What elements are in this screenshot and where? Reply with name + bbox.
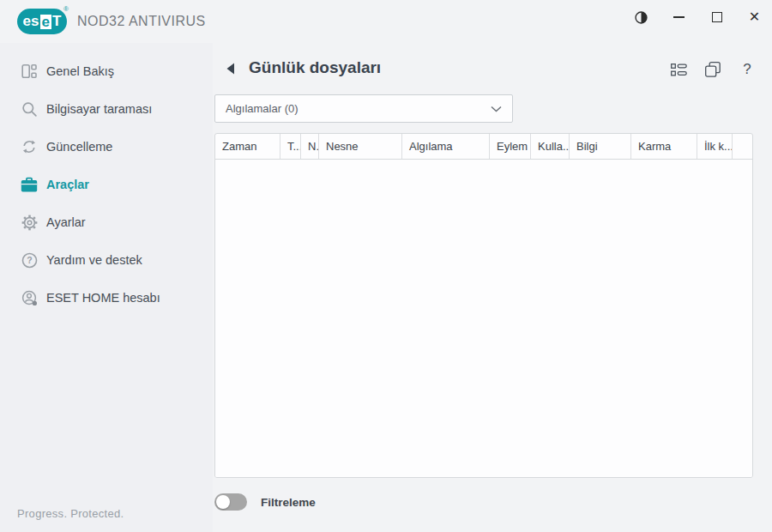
back-button[interactable] [226, 63, 235, 78]
column-header-nesne[interactable]: Nesne [319, 134, 402, 159]
log-table: Zaman T... N.. Nesne Algılama Eylem Kull… [214, 133, 753, 478]
log-type-dropdown[interactable]: Algılamalar (0) [214, 94, 513, 123]
page-title: Günlük dosyaları [249, 58, 381, 77]
tools-briefcase-icon [21, 176, 38, 193]
sidebar-item-label: Güncelleme [46, 140, 112, 154]
chevron-down-icon [491, 106, 502, 112]
update-refresh-icon [21, 138, 38, 155]
eset-logo: eseT [17, 9, 67, 34]
registered-trademark-icon: ® [63, 5, 69, 13]
column-header-eylem[interactable]: Eylem [490, 134, 531, 159]
sidebar-nav: Genel Bakış Bilgisayar taraması Günc [0, 52, 213, 317]
overview-dashboard-icon [21, 63, 38, 80]
brand-tagline: Progress. Protected. [17, 507, 124, 520]
close-button[interactable]: ✕ [747, 10, 762, 25]
window-controls: ✕ [634, 8, 762, 27]
maximize-button[interactable] [709, 10, 724, 25]
column-header-karma[interactable]: Karma [631, 134, 697, 159]
sidebar-item-label: Genel Bakış [46, 64, 114, 78]
sidebar-item-label: Yardım ve destek [46, 253, 142, 267]
svg-text:?: ? [27, 255, 32, 265]
list-detail-view-icon[interactable] [669, 60, 688, 79]
titlebar: eseT ® NOD32 ANTIVIRUS ✕ [0, 0, 772, 43]
column-header-algilama[interactable]: Algılama [402, 134, 490, 159]
sidebar-item-bilgisayar-taramasi[interactable]: Bilgisayar taraması [0, 90, 213, 128]
filtering-toggle-label: Filtreleme [261, 496, 316, 509]
close-icon: ✕ [749, 10, 760, 24]
product-name: NOD32 ANTIVIRUS [77, 14, 206, 29]
sidebar-item-eset-home-hesabi[interactable]: ESET HOME hesabı [0, 279, 213, 317]
contrast-theme-icon[interactable] [634, 10, 648, 25]
sidebar-item-label: Araçlar [46, 178, 89, 191]
back-arrow-icon [226, 63, 235, 75]
sidebar-item-label: Bilgisayar taraması [46, 102, 152, 116]
sidebar-item-araclar[interactable]: Araçlar [0, 166, 213, 203]
minimize-button[interactable] [672, 10, 686, 25]
account-person-icon [21, 289, 38, 306]
dropdown-selected-value: Algılamalar (0) [226, 102, 491, 115]
table-body-empty[interactable] [215, 160, 752, 478]
table-header-row: Zaman T... N.. Nesne Algılama Eylem Kull… [215, 134, 752, 160]
sidebar-item-genel-bakis[interactable]: Genel Bakış [0, 52, 213, 90]
toggle-knob [216, 495, 230, 509]
help-circle-icon: ? [21, 251, 38, 269]
filtering-toggle[interactable] [214, 493, 247, 511]
column-header-kullanici[interactable]: Kulla... [531, 134, 570, 159]
copy-icon[interactable] [703, 60, 722, 79]
toolbar: ? [669, 60, 757, 79]
computer-scan-search-icon [21, 100, 38, 118]
sidebar-item-label: Ayarlar [46, 215, 86, 229]
column-header-filler [733, 134, 752, 159]
sidebar-item-yardim-ve-destek[interactable]: ? Yardım ve destek [0, 241, 213, 279]
filter-toggle-row: Filtreleme [214, 493, 316, 511]
sidebar-item-ayarlar[interactable]: Ayarlar [0, 203, 213, 241]
logo-part-1: es [23, 13, 39, 30]
logo-part-3: T [52, 13, 61, 30]
sidebar-item-label: ESET HOME hesabı [46, 291, 160, 305]
column-header-tur[interactable]: T... [280, 134, 301, 159]
logo-part-2: e [40, 15, 51, 29]
sidebar-item-guncelleme[interactable]: Güncelleme [0, 128, 213, 166]
column-header-bilgi[interactable]: Bilgi [570, 134, 631, 159]
column-header-n[interactable]: N.. [301, 134, 319, 159]
help-icon[interactable]: ? [738, 60, 757, 79]
sidebar: Genel Bakış Bilgisayar taraması Günc [0, 43, 213, 532]
column-header-zaman[interactable]: Zaman [215, 134, 280, 159]
column-header-ilk-k[interactable]: İlk k... [697, 134, 733, 159]
settings-gear-icon [21, 214, 38, 231]
